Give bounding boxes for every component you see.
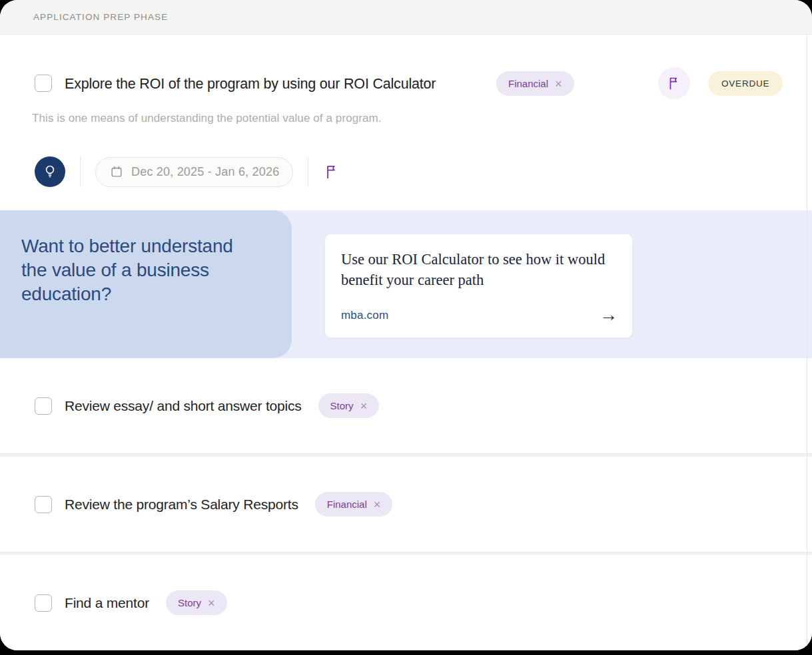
task-checkbox[interactable] [35, 496, 52, 513]
tag-label: Financial [508, 78, 548, 89]
task-row: Find a mentor Story × [0, 555, 812, 650]
promo-heading: Want to better understand the value of a… [21, 234, 262, 306]
promo-card-text: Use our ROI Calculator to see how it wou… [341, 249, 616, 290]
flag-icon [323, 163, 340, 180]
promo-card-footer: mba.com → [341, 306, 617, 324]
task-title: Find a mentor [65, 595, 149, 611]
hint-button[interactable] [35, 156, 65, 187]
scroll-edge-divider [807, 35, 807, 650]
task-checkbox[interactable] [35, 594, 52, 612]
tag-financial[interactable]: Financial × [496, 71, 574, 96]
lightbulb-icon [41, 163, 59, 180]
task-row: Review essay/ and short answer topics St… [0, 358, 812, 453]
status-badge: OVERDUE [708, 71, 783, 96]
vertical-divider [308, 156, 308, 187]
task-checkbox[interactable] [35, 397, 52, 415]
task-description: This is one means of understanding the p… [32, 112, 382, 125]
tag-label: Financial [327, 499, 367, 510]
task-meta-row: Dec 20, 2025 - Jan 6, 2026 [35, 156, 340, 187]
promo-left-panel: Want to better understand the value of a… [0, 210, 292, 358]
task-row: Review the program’s Salary Resports Fin… [0, 457, 812, 552]
promo-section: Want to better understand the value of a… [0, 210, 812, 358]
phase-title: APPLICATION PREP PHASE [33, 12, 168, 22]
task-title: Review the program’s Salary Resports [65, 497, 298, 513]
close-icon[interactable]: × [374, 499, 381, 511]
calendar-icon [109, 164, 124, 179]
tag-story[interactable]: Story × [318, 393, 380, 418]
flag-icon [666, 75, 682, 91]
task-title: Explore the ROI of the program by using … [65, 73, 436, 95]
vertical-divider [80, 156, 81, 187]
promo-link[interactable]: mba.com [341, 309, 388, 322]
tag-label: Story [178, 597, 201, 608]
date-range-label: Dec 20, 2025 - Jan 6, 2026 [131, 165, 279, 179]
flag-button[interactable] [658, 67, 690, 99]
close-icon[interactable]: × [360, 400, 368, 412]
close-icon[interactable]: × [208, 597, 215, 609]
phase-header-band: APPLICATION PREP PHASE [0, 0, 812, 35]
tag-label: Story [330, 400, 354, 411]
featured-task-section: Explore the ROI of the program by using … [0, 35, 812, 210]
task-title: Review essay/ and short answer topics [65, 398, 302, 414]
task-checkbox[interactable] [35, 75, 52, 92]
arrow-right-icon[interactable]: → [600, 306, 617, 324]
tag-financial[interactable]: Financial × [315, 492, 393, 517]
application-prep-panel: APPLICATION PREP PHASE Explore the ROI o… [0, 0, 812, 650]
promo-card[interactable]: Use our ROI Calculator to see how it wou… [324, 234, 633, 338]
close-icon[interactable]: × [555, 78, 562, 90]
flag-toggle-button[interactable] [323, 163, 340, 180]
date-range-chip[interactable]: Dec 20, 2025 - Jan 6, 2026 [95, 157, 293, 187]
tag-story[interactable]: Story × [166, 590, 227, 615]
